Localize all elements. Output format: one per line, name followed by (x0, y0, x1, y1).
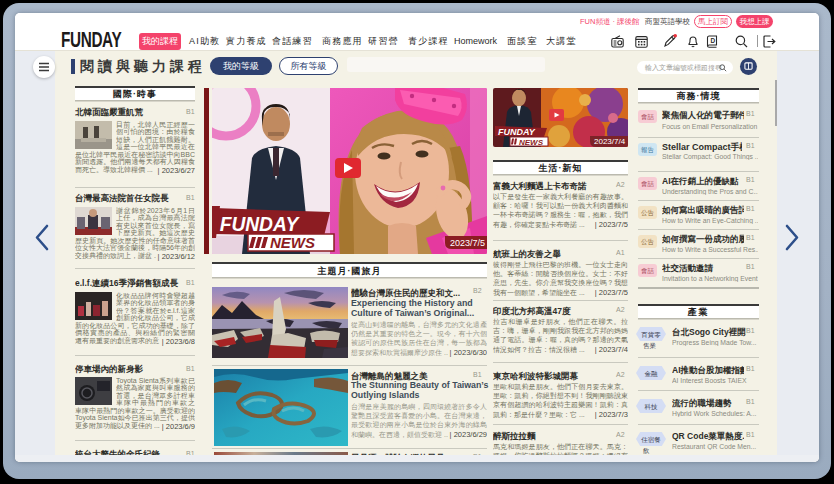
svg-text:FUNDAY: FUNDAY (498, 127, 536, 137)
svg-text:2023/7/5: 2023/7/5 (450, 238, 485, 248)
svg-text:D: D (710, 37, 715, 44)
svg-text:NEWS: NEWS (519, 138, 544, 147)
svg-text:NEWS: NEWS (270, 234, 315, 251)
svg-text:FUNDAY: FUNDAY (220, 213, 300, 235)
svg-text:2023/7/4: 2023/7/4 (594, 137, 626, 146)
